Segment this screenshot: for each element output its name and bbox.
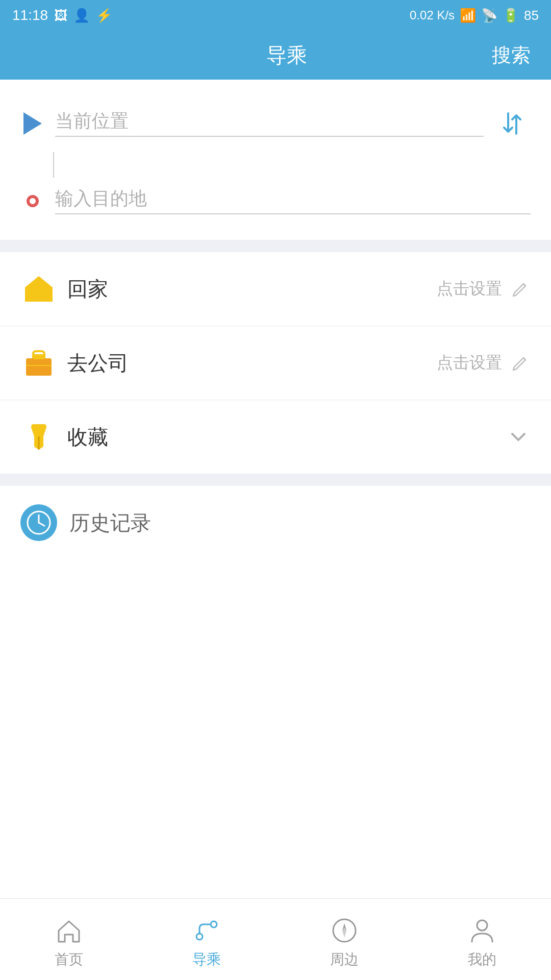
favorites-item[interactable]: 收藏: [0, 400, 551, 474]
nav-item-home[interactable]: 首页: [0, 910, 138, 969]
speed-indicator: 0.02 K/s: [410, 8, 455, 22]
svg-rect-4: [33, 354, 44, 359]
home-action-label: 点击设置: [437, 278, 502, 300]
nav-item-guide[interactable]: 导乘: [138, 910, 276, 969]
status-right: 0.02 K/s 📶 📡 🔋 85: [410, 8, 539, 23]
history-section: 历史记录: [0, 486, 551, 559]
nav-item-mine[interactable]: 我的: [413, 910, 551, 969]
svg-rect-3: [26, 358, 52, 376]
wifi-icon: 📡: [481, 8, 497, 23]
work-item-action: 点击设置: [437, 352, 531, 374]
status-bar: 11:18 🖼 👤 ⚡ 0.02 K/s 📶 📡 🔋 85: [0, 0, 551, 31]
destination-circle-icon: [27, 195, 39, 207]
section-divider-2: [0, 474, 551, 486]
nav-guide-label: 导乘: [192, 950, 221, 969]
home-item[interactable]: 回家 点击设置: [0, 252, 551, 326]
input-section: [0, 80, 551, 240]
history-clock-icon: [20, 504, 57, 541]
header-title: 导乘: [82, 41, 492, 69]
chevron-down-icon: [506, 425, 531, 449]
section-divider-1: [0, 240, 551, 252]
destination-icon: [20, 189, 45, 213]
signal-icon: 📶: [460, 8, 476, 23]
battery-level: 85: [524, 8, 539, 23]
origin-input[interactable]: [55, 110, 484, 137]
work-action-label: 点击设置: [437, 352, 502, 374]
clock-icon: [26, 510, 52, 535]
battery-icon: 🔋: [503, 8, 519, 23]
person-icon: 👤: [73, 8, 90, 23]
chevron-icon: [506, 425, 531, 449]
nav-nearby-icon: [329, 915, 360, 946]
favorites-item-label: 收藏: [67, 423, 506, 451]
briefcase-icon: [23, 347, 55, 379]
pin-icon: [23, 421, 55, 453]
work-item-icon: [20, 345, 57, 381]
person-nav-icon: [468, 916, 496, 945]
favorites-item-icon: [20, 419, 57, 455]
destination-input[interactable]: [55, 188, 531, 214]
destination-row: [20, 178, 531, 225]
compass-icon: [330, 916, 359, 945]
swap-icon: [498, 109, 527, 138]
home-item-label: 回家: [67, 275, 437, 303]
location-arrow-icon: [23, 112, 42, 135]
route-icon: [192, 916, 221, 945]
header: 导乘 搜索: [0, 31, 551, 80]
nav-mine-icon: [467, 915, 497, 946]
home-item-icon: [20, 271, 57, 307]
house-icon: [23, 273, 55, 305]
quick-items-section: 回家 点击设置 去公司 点击设置: [0, 252, 551, 474]
edit-icon-home: [510, 279, 531, 299]
home-nav-icon: [55, 916, 83, 945]
svg-rect-1: [34, 292, 43, 302]
bottom-nav: 首页 导乘 周边 我的: [0, 898, 551, 980]
svg-point-10: [196, 934, 203, 940]
status-left: 11:18 🖼 👤 ⚡: [12, 7, 112, 23]
nav-nearby-label: 周边: [330, 950, 359, 969]
svg-point-11: [211, 921, 217, 927]
work-item[interactable]: 去公司 点击设置: [0, 326, 551, 400]
nav-mine-label: 我的: [468, 950, 496, 969]
connector-line: [53, 152, 54, 178]
work-item-label: 去公司: [67, 349, 437, 377]
edit-icon-work: [510, 353, 531, 373]
nav-home-label: 首页: [55, 950, 83, 969]
search-button[interactable]: 搜索: [492, 42, 531, 68]
nav-guide-icon: [191, 915, 222, 946]
image-icon: 🖼: [54, 8, 67, 23]
origin-icon: [20, 111, 45, 136]
home-item-action: 点击设置: [437, 278, 531, 300]
nav-home-icon: [54, 915, 84, 946]
history-label: 历史记录: [69, 509, 151, 537]
svg-line-9: [39, 523, 44, 526]
status-time: 11:18: [12, 7, 48, 23]
usb-icon: ⚡: [96, 8, 112, 23]
nav-item-nearby[interactable]: 周边: [276, 910, 413, 969]
origin-row: [20, 95, 531, 152]
swap-button[interactable]: [494, 105, 531, 142]
svg-point-13: [477, 920, 487, 930]
